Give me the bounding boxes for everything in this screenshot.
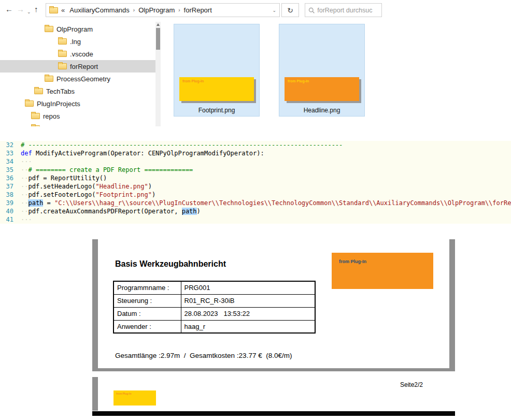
tree-item-PlugInProjects[interactable]: PlugInProjects <box>0 97 155 110</box>
line-number: 35 <box>0 166 21 174</box>
code-text: ··pdf.setFooterLogo("Footprint.png") <box>21 191 155 199</box>
code-text: ··# ======== create a PDF Report =======… <box>21 166 193 174</box>
code-text: ··· <box>21 157 32 166</box>
page-edge-right <box>449 239 455 368</box>
code-line-41: 41··· <box>0 215 511 224</box>
report-title: Basis Werkzeugbahnbericht <box>115 259 226 269</box>
report-table-row: Datum :28.08.2023 13:53:22 <box>113 307 315 320</box>
code-line-38: 38··pdf.setFooterLogo("Footprint.png") <box>0 191 511 199</box>
plugin-logo-badge: from Plug-In <box>179 77 254 101</box>
code-text: ··pdf.createAuxCommandsPDFReport(Operato… <box>21 207 201 215</box>
forward-icon[interactable]: → <box>17 4 24 15</box>
file-Headline.png[interactable]: from Plug-InHeadline.png <box>279 24 365 117</box>
code-line-34: 34··· <box>0 157 511 166</box>
code-line-39: 39··path = "C:\\Users\\haag_r\\source\\P… <box>0 199 511 207</box>
report-table-row: Steuerung :R01_RC_R-30iB <box>113 294 315 307</box>
report-field-value: R01_RC_R-30iB <box>181 294 315 307</box>
report-field-value: PRG001 <box>181 281 315 294</box>
code-lines: 32# ------------------------------------… <box>0 141 511 224</box>
report-table: Programmname :PRG001Steuerung :R01_RC_R-… <box>113 281 316 334</box>
plugin-badge-text: from Plug-In <box>285 77 359 83</box>
code-text: def ModifyActiveProgram(Operator: CENPyO… <box>21 149 264 157</box>
code-line-37: 37··pdf.setHeaderLogo("Headline.png") <box>0 182 511 191</box>
folder-icon <box>25 100 34 107</box>
report-table-body: Programmname :PRG001Steuerung :R01_RC_R-… <box>113 281 315 333</box>
report-header-logo: from Plug-In <box>332 253 433 289</box>
line-number: 41 <box>0 215 21 224</box>
file-name-label: Footprint.png <box>174 107 259 114</box>
tree-item-label: ProcessGeometry <box>56 75 110 83</box>
tree-item-label: forReport <box>70 63 98 70</box>
tree-item-repos[interactable]: repos <box>0 110 155 122</box>
plugin-badge-text: from Plug-In <box>179 77 254 83</box>
code-text: ··pdf = ReportUtility() <box>21 174 107 182</box>
files-pane: from Plug-InFootprint.pngfrom Plug-InHea… <box>161 0 511 129</box>
tree-item-label: OlpProgram <box>56 25 93 33</box>
tree-item-label: .vscode <box>70 50 93 58</box>
report-field-label: Datum : <box>113 307 181 320</box>
header-logo-text: from Plug-In <box>332 253 433 264</box>
tree-item-OlpProgram[interactable]: OlpProgram <box>0 23 155 35</box>
scrollbar-up-arrow[interactable] <box>157 23 160 26</box>
page-edge-left <box>92 239 98 368</box>
tree-item-label: .lng <box>70 38 81 46</box>
line-number: 40 <box>0 207 21 215</box>
report-field-value: haag_r <box>181 320 315 333</box>
back-icon[interactable]: ← <box>5 4 13 15</box>
report-summary: Gesamtlänge :2.97m / Gesamtkosten :23.77… <box>115 352 292 359</box>
tree-item-.lng[interactable]: .lng <box>0 35 155 48</box>
folder-icon <box>49 7 58 13</box>
scrollbar-thumb[interactable] <box>156 28 160 50</box>
tree-item-ProcessGeometry[interactable]: ProcessGeometry <box>0 73 155 85</box>
tree-item-TechTabs[interactable]: TechTabs <box>0 85 155 97</box>
code-text: # --------------------------------------… <box>21 141 343 149</box>
tree-item-label: PlugInProjects <box>37 100 80 108</box>
line-number: 38 <box>0 191 21 199</box>
file-name-label: Headline.png <box>279 107 364 114</box>
folder-icon <box>45 26 53 32</box>
report-field-label: Anwender : <box>113 320 181 333</box>
line-number: 39 <box>0 199 21 207</box>
code-editor[interactable]: 32# ------------------------------------… <box>0 141 511 224</box>
tree-item-.vscode[interactable]: .vscode <box>0 48 155 60</box>
folder-icon <box>58 38 67 45</box>
plugin-logo-badge: from Plug-In <box>285 77 359 101</box>
tree-scrollbar[interactable] <box>155 22 161 126</box>
tree-item-label: TechTabs <box>46 88 75 95</box>
folder-icon <box>34 88 43 94</box>
breadcrumb-item-AuxiliaryCommands[interactable]: AuxiliaryCommands <box>68 6 131 14</box>
line-number: 36 <box>0 174 21 182</box>
tree-item-partial[interactable] <box>0 122 155 126</box>
tree-item-label: repos <box>43 112 60 120</box>
page-number: Seite2/2 <box>400 381 423 388</box>
tree-item-forReport[interactable]: forReport <box>0 60 155 73</box>
report-field-label: Steuerung : <box>113 294 181 307</box>
code-line-33: 33def ModifyActiveProgram(Operator: CENP… <box>0 149 511 157</box>
breadcrumb-separator: › <box>132 7 136 13</box>
line-number: 32 <box>0 141 21 149</box>
folder-icon <box>58 51 67 57</box>
code-line-35: 35··# ======== create a PDF Report =====… <box>0 166 511 174</box>
breadcrumb-overflow[interactable]: « <box>61 6 65 14</box>
line-number: 34 <box>0 157 21 166</box>
report-table-row: Programmname :PRG001 <box>113 281 315 294</box>
page2-edge-left <box>92 377 98 411</box>
file-Footprint.png[interactable]: from Plug-InFootprint.png <box>174 24 260 117</box>
folder-icon <box>31 113 40 119</box>
history-chevron-icon[interactable]: ⌄ <box>27 7 31 17</box>
report-table-row: Anwender :haag_r <box>113 320 315 333</box>
code-line-40: 40··pdf.createAuxCommandsPDFReport(Opera… <box>0 207 511 215</box>
report-footer-logo: from Plug-In <box>113 390 156 405</box>
folder-icon <box>58 63 67 69</box>
folder-icon <box>45 76 53 82</box>
up-icon[interactable]: ↑ <box>34 4 38 15</box>
viewer-bottom-bar <box>92 411 455 416</box>
line-number: 37 <box>0 182 21 191</box>
line-number: 33 <box>0 149 21 157</box>
folder-tree: OlpProgram.lng.vscodeforReportProcessGeo… <box>0 22 155 126</box>
code-text: ··· <box>21 215 32 224</box>
code-text: ··path = "C:\\Users\\haag_r\\source\\Plu… <box>21 199 511 207</box>
code-text: ··pdf.setHeaderLogo("Headline.png") <box>21 182 152 191</box>
folder-icon <box>31 125 40 126</box>
code-line-36: 36··pdf = ReportUtility() <box>0 174 511 182</box>
